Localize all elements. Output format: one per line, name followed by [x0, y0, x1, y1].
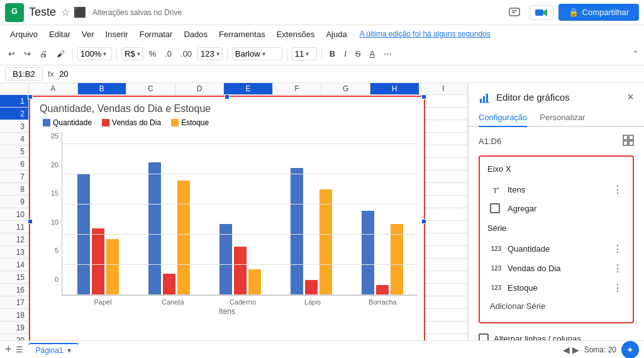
cell[interactable]: [419, 158, 469, 170]
eixo-x-itens-more[interactable]: ⋮: [613, 184, 623, 196]
zoom-select[interactable]: 100% ▾: [77, 47, 112, 60]
percent-button[interactable]: %: [146, 47, 160, 60]
row-number[interactable]: 18: [0, 309, 29, 321]
menu-dados[interactable]: Dados: [179, 28, 213, 40]
chart-bar[interactable]: [234, 247, 247, 295]
chart-container[interactable]: Quantidade, Vendas do Dia e Estoque Quan…: [29, 96, 425, 340]
agregar-checkbox[interactable]: [490, 203, 500, 213]
sheet-tab-page1[interactable]: Página1 ▾: [28, 343, 79, 357]
chart-bar[interactable]: [319, 189, 332, 295]
chart-handle-tr[interactable]: [421, 94, 426, 99]
row-number[interactable]: 6: [0, 158, 29, 170]
menu-inserir[interactable]: Inserir: [101, 28, 133, 40]
row-number[interactable]: 14: [0, 259, 29, 271]
serie-estoque-more[interactable]: ⋮: [613, 282, 623, 294]
row-number[interactable]: 4: [0, 133, 29, 145]
col-header-e[interactable]: E: [224, 83, 273, 94]
chart-bar[interactable]: [77, 174, 90, 295]
chart-bar[interactable]: [291, 168, 303, 295]
range-grid-icon[interactable]: [623, 135, 634, 148]
chart-handle-mr[interactable]: [421, 219, 426, 224]
sheet-tab-arrow[interactable]: ▾: [67, 346, 71, 355]
cell[interactable]: [419, 246, 469, 258]
cell[interactable]: [419, 108, 469, 120]
chart-bar[interactable]: [148, 162, 161, 295]
serie-quantidade-more[interactable]: ⋮: [613, 243, 623, 255]
serie-item-vendas[interactable]: 123 Vendas do Dia ⋮: [487, 259, 625, 278]
menu-ajuda[interactable]: Ajuda: [321, 28, 352, 40]
chart-bar[interactable]: [391, 224, 403, 295]
col-header-b[interactable]: B: [78, 83, 127, 94]
cell[interactable]: [419, 95, 469, 107]
panel-close-button[interactable]: ×: [627, 91, 634, 104]
chart-bar[interactable]: [305, 280, 318, 295]
row-number[interactable]: 10: [0, 208, 29, 220]
cell[interactable]: [419, 221, 469, 233]
row-number[interactable]: 17: [0, 296, 29, 308]
bold-button[interactable]: B: [326, 47, 338, 60]
cell[interactable]: [419, 259, 469, 271]
row-number[interactable]: 12: [0, 233, 29, 245]
col-header-h[interactable]: H: [370, 83, 419, 94]
chart-bar[interactable]: [362, 211, 374, 295]
format-select[interactable]: 123 ▾: [197, 47, 223, 60]
underline-button[interactable]: A: [367, 47, 379, 60]
cell[interactable]: [419, 133, 469, 145]
print-button[interactable]: 🖨: [36, 47, 51, 60]
col-header-f[interactable]: F: [273, 83, 322, 94]
row-number[interactable]: 1: [0, 95, 29, 107]
row-number[interactable]: 16: [0, 284, 29, 296]
chart-bar[interactable]: [92, 228, 104, 295]
menu-formatar[interactable]: Formatar: [135, 28, 178, 40]
chart-bar[interactable]: [219, 224, 232, 295]
toolbar-expand[interactable]: ⌃: [632, 49, 639, 59]
row-number[interactable]: 13: [0, 246, 29, 258]
col-header-c[interactable]: C: [126, 83, 175, 94]
chart-bar[interactable]: [106, 239, 119, 295]
col-header-a[interactable]: A: [29, 83, 78, 94]
add-sheet-button[interactable]: +: [5, 343, 12, 356]
strikethrough-button[interactable]: S: [352, 47, 364, 60]
cell[interactable]: [419, 208, 469, 220]
tab-configuracao[interactable]: Configuração: [479, 109, 527, 126]
chart-bar[interactable]: [163, 274, 175, 295]
col-header-d[interactable]: D: [175, 83, 225, 94]
chart-bar[interactable]: [177, 181, 190, 295]
sheet-list-icon[interactable]: ☰: [16, 345, 23, 354]
eixo-x-item-agregar[interactable]: Agregar: [487, 199, 625, 217]
cell[interactable]: [419, 196, 469, 208]
menu-extensoes[interactable]: Extensões: [272, 28, 320, 40]
cell[interactable]: [419, 309, 469, 321]
row-number[interactable]: 11: [0, 221, 29, 233]
undo-button[interactable]: ↩: [5, 47, 18, 60]
cell[interactable]: [419, 271, 469, 283]
row-number[interactable]: 20: [0, 334, 29, 340]
serie-item-quantidade[interactable]: 123 Quantidade ⋮: [487, 239, 625, 259]
row-number[interactable]: 2: [0, 108, 29, 120]
italic-button[interactable]: I: [341, 47, 350, 60]
row-number[interactable]: 8: [0, 183, 29, 195]
star-icon[interactable]: ☆: [61, 6, 70, 18]
cell[interactable]: [419, 233, 469, 245]
row-number[interactable]: 7: [0, 171, 29, 182]
row-number[interactable]: 5: [0, 145, 29, 157]
redo-button[interactable]: ↪: [21, 47, 34, 60]
last-edit-notice[interactable]: A última edição foi há alguns segundos: [360, 30, 491, 38]
cell[interactable]: [419, 284, 469, 296]
cell[interactable]: [419, 120, 469, 132]
row-number[interactable]: 9: [0, 196, 29, 208]
row-number[interactable]: 19: [0, 322, 29, 333]
chart-bar[interactable]: [376, 285, 389, 295]
currency-select[interactable]: R$ ▾: [121, 47, 143, 60]
chart-handle-tc[interactable]: [225, 94, 230, 99]
cell[interactable]: [419, 334, 469, 340]
chart-handle-tl[interactable]: [28, 94, 33, 99]
cell[interactable]: [419, 183, 469, 195]
alternar-checkbox[interactable]: [479, 333, 489, 340]
menu-editar[interactable]: Editar: [44, 28, 75, 40]
chart-bar[interactable]: [248, 269, 261, 295]
tab-personalizar[interactable]: Personalizar: [540, 109, 585, 126]
cell[interactable]: [419, 145, 469, 157]
explore-button[interactable]: ✦: [621, 341, 639, 359]
fontsize-select[interactable]: 11 ▾: [292, 47, 317, 60]
